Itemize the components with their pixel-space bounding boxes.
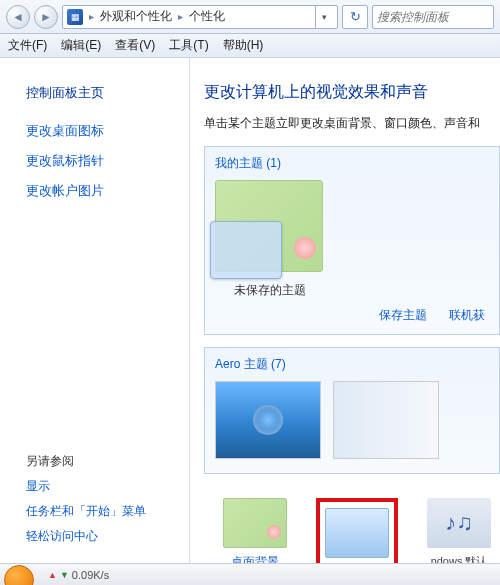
chevron-right-icon: ▸ — [89, 11, 94, 22]
page-subtitle: 单击某个主题立即更改桌面背景、窗口颜色、声音和 — [204, 115, 500, 132]
taskbar: ▲ ▼ 0.09K/s — [0, 563, 500, 585]
desktop-background-thumb — [223, 498, 287, 548]
sidebar-link-account-picture[interactable]: 更改帐户图片 — [26, 182, 169, 200]
my-themes-title: 我的主题 (1) — [215, 155, 489, 172]
network-speed-indicator: ▲ ▼ 0.09K/s — [48, 569, 109, 581]
sidebar-link-desktop-icons[interactable]: 更改桌面图标 — [26, 122, 169, 140]
see-also-taskbar[interactable]: 任务栏和「开始」菜单 — [26, 503, 169, 520]
pig-icon — [294, 237, 316, 259]
window-preview-icon — [210, 221, 282, 279]
see-also-ease-of-access[interactable]: 轻松访问中心 — [26, 528, 169, 545]
aero-theme-2[interactable] — [333, 381, 439, 459]
search-input[interactable] — [377, 10, 489, 24]
menu-help[interactable]: 帮助(H) — [223, 37, 264, 54]
theme-item-unsaved[interactable]: 未保存的主题 — [215, 180, 325, 299]
search-box[interactable] — [372, 5, 494, 29]
menu-tools[interactable]: 工具(T) — [169, 37, 208, 54]
aero-themes-section: Aero 主题 (7) — [204, 347, 500, 474]
control-panel-icon: ▦ — [67, 9, 83, 25]
address-bar: ◄ ► ▦ ▸ 外观和个性化 ▸ 个性化 ▾ ↻ — [0, 0, 500, 34]
sounds-button[interactable]: ♪♫ ndows 默认 — [418, 498, 500, 563]
back-button[interactable]: ◄ — [6, 5, 30, 29]
theme-components-row: 桌面背景 360wallpaper 窗口颜色 天空 ♪♫ ndows 默认 — [204, 486, 500, 563]
theme-thumbnail — [215, 180, 323, 272]
menu-file[interactable]: 文件(F) — [8, 37, 47, 54]
forward-button[interactable]: ► — [34, 5, 58, 29]
my-themes-section: 我的主题 (1) 未保存的主题 保存主题 联机获 — [204, 146, 500, 335]
desktop-background-button[interactable]: 桌面背景 360wallpaper — [214, 498, 296, 563]
download-arrow-icon: ▼ — [60, 570, 69, 580]
sounds-value: ndows 默认 — [418, 554, 500, 563]
content-pane: 更改计算机上的视觉效果和声音 单击某个主题立即更改桌面背景、窗口颜色、声音和 我… — [190, 58, 500, 563]
see-also-display[interactable]: 显示 — [26, 478, 169, 495]
address-field[interactable]: ▦ ▸ 外观和个性化 ▸ 个性化 ▾ — [62, 5, 338, 29]
address-dropdown[interactable]: ▾ — [315, 6, 333, 28]
aero-themes-title: Aero 主题 (7) — [215, 356, 489, 373]
desktop-background-label: 桌面背景 — [214, 554, 296, 563]
refresh-button[interactable]: ↻ — [342, 5, 368, 29]
window-color-thumb — [325, 508, 389, 558]
menu-edit[interactable]: 编辑(E) — [61, 37, 101, 54]
save-theme-link[interactable]: 保存主题 — [379, 308, 427, 322]
sidebar: 控制面板主页 更改桌面图标 更改鼠标指针 更改帐户图片 另请参阅 显示 任务栏和… — [0, 58, 190, 563]
sounds-icon: ♪♫ — [427, 498, 491, 548]
network-speed-value: 0.09K/s — [72, 569, 109, 581]
window-color-button[interactable]: 窗口颜色 天空 — [316, 498, 398, 563]
sidebar-link-mouse-pointer[interactable]: 更改鼠标指针 — [26, 152, 169, 170]
see-also-header: 另请参阅 — [26, 453, 169, 470]
upload-arrow-icon: ▲ — [48, 570, 57, 580]
start-orb[interactable] — [4, 565, 34, 585]
theme-label: 未保存的主题 — [215, 282, 325, 299]
control-panel-home-link[interactable]: 控制面板主页 — [26, 84, 169, 102]
menu-bar: 文件(F) 编辑(E) 查看(V) 工具(T) 帮助(H) — [0, 34, 500, 58]
online-themes-link[interactable]: 联机获 — [449, 308, 485, 322]
menu-view[interactable]: 查看(V) — [115, 37, 155, 54]
breadcrumb-1[interactable]: 外观和个性化 — [100, 8, 172, 25]
page-title: 更改计算机上的视觉效果和声音 — [204, 82, 500, 103]
breadcrumb-2[interactable]: 个性化 — [189, 8, 225, 25]
aero-theme-windows7[interactable] — [215, 381, 321, 459]
chevron-right-icon: ▸ — [178, 11, 183, 22]
